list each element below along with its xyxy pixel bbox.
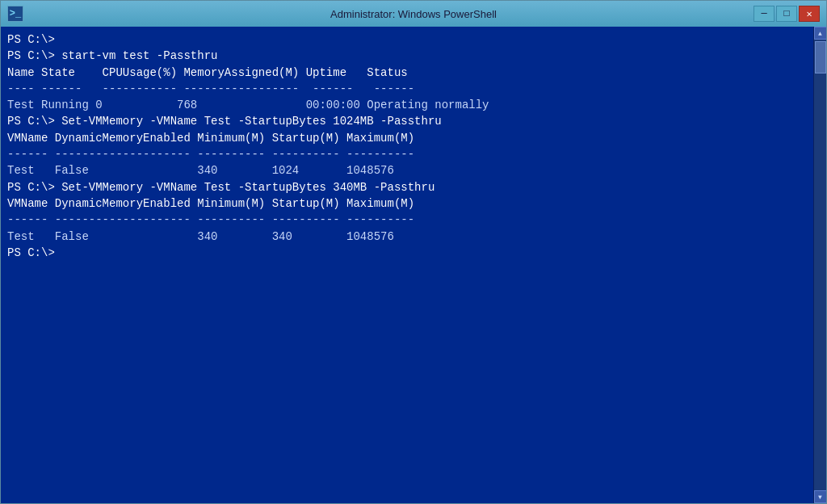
console-line: Test False 340 340 1048576 [7, 229, 807, 245]
scroll-thumb[interactable] [815, 41, 826, 74]
console-line: PS C:\> Set-VMMemory -VMName Test -Start… [7, 113, 807, 129]
console-line: VMName DynamicMemoryEnabled Minimum(M) S… [7, 130, 807, 146]
console-line: Test False 340 1024 1048576 [7, 162, 807, 178]
window-title: Administrator: Windows PowerShell [330, 8, 497, 20]
console-line: VMName DynamicMemoryEnabled Minimum(M) S… [7, 195, 807, 212]
minimize-button[interactable]: — [754, 6, 775, 22]
scroll-track [815, 40, 826, 490]
console-line: PS C:\> Set-VMMemory -VMName Test -Start… [7, 179, 807, 195]
console-area: PS C:\>PS C:\> start-vm test -PassthruNa… [1, 27, 826, 503]
console-line: PS C:\> [7, 245, 807, 261]
console-line: ------ -------------------- ---------- -… [7, 146, 807, 162]
title-bar: >_ Administrator: Windows PowerShell — □… [1, 1, 826, 27]
console-line: ---- ------ ----------- ----------------… [7, 81, 807, 97]
console-line: ------ -------------------- ---------- -… [7, 212, 807, 228]
scrollbar[interactable]: ▲ ▼ [813, 27, 826, 503]
scroll-down-arrow[interactable]: ▼ [814, 490, 827, 503]
scroll-up-arrow[interactable]: ▲ [814, 27, 827, 40]
close-button[interactable]: ✕ [799, 6, 820, 22]
maximize-button[interactable]: □ [776, 6, 797, 22]
console-line: Name State CPUUsage(%) MemoryAssigned(M)… [7, 65, 807, 81]
window-controls: — □ ✕ [754, 6, 820, 22]
powershell-icon: >_ [7, 6, 23, 22]
console-output[interactable]: PS C:\>PS C:\> start-vm test -PassthruNa… [1, 27, 813, 503]
powershell-window: >_ Administrator: Windows PowerShell — □… [0, 0, 827, 504]
console-line: PS C:\> [7, 32, 807, 48]
icon-symbol: >_ [10, 8, 21, 19]
console-line: PS C:\> start-vm test -Passthru [7, 48, 807, 64]
title-bar-left: >_ [7, 6, 23, 22]
console-line: Test Running 0 768 00:00:00 Operating no… [7, 97, 807, 113]
